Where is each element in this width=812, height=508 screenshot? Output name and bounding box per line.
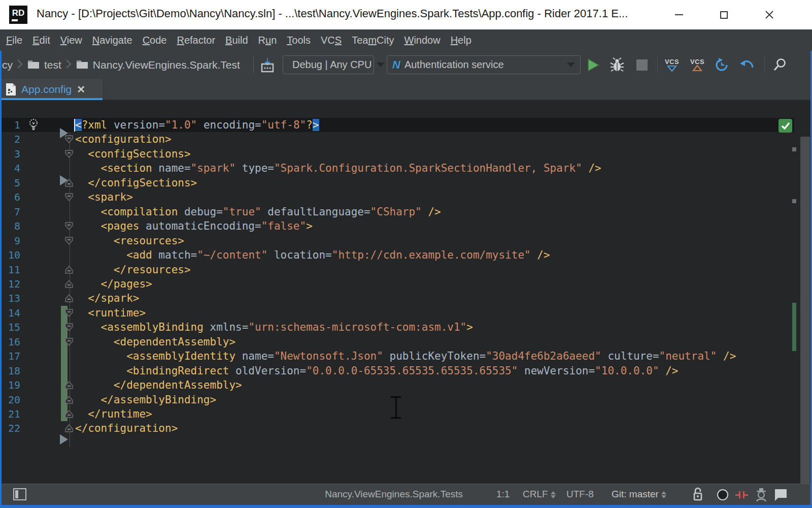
debug-button[interactable] [607,56,627,74]
code-line[interactable]: 9 <resources> [0,234,794,248]
run-configuration-combo[interactable]: N Authentication service [387,55,581,74]
rider-logo-icon: RD [9,6,27,24]
undo-arrow-icon [739,58,754,72]
vertical-scrollbar[interactable] [800,137,810,484]
code-line[interactable]: 22</configuration> [0,421,794,435]
menu-window[interactable]: Window [404,33,447,48]
code-line[interactable]: 16 <dependentAssembly> [0,335,794,349]
minimize-button[interactable] [667,6,691,23]
fold-marker-icon[interactable] [64,193,74,202]
breadcrumb-item[interactable]: test [27,58,61,72]
fold-marker-icon[interactable] [64,380,74,390]
inspections-indicator[interactable] [717,489,728,500]
fold-marker-icon[interactable] [64,149,74,158]
menu-build[interactable]: Build [225,33,254,48]
window-border-bottom [0,505,812,508]
breadcrumb-label: cy [2,59,13,71]
menu-help[interactable]: Help [451,33,478,48]
fold-marker-icon[interactable] [64,424,74,433]
line-number: 11 [0,263,20,277]
code-line[interactable]: 4 <section name="spark" type="Spark.Conf… [0,161,794,175]
line-number: 8 [0,219,20,233]
vcs-update-button[interactable]: VCS [662,56,682,74]
mute-breakpoints-indicator[interactable] [735,492,748,498]
maximize-button[interactable] [712,6,735,23]
download-to-box-icon [260,57,275,73]
inspection-status-ok[interactable] [779,119,792,133]
close-button[interactable] [758,6,781,23]
updown-chevron-icon [661,491,666,498]
vcs-commit-button[interactable]: VCS [688,56,707,74]
line-number: 22 [0,421,20,435]
vcs-history-button[interactable] [712,56,731,74]
gutter-triangle-icon[interactable] [60,434,68,444]
line-number: 15 [0,320,20,334]
code-line[interactable]: 8 <pages automaticEncoding="false"> [0,219,794,233]
gutter-triangle-icon[interactable] [60,175,68,185]
vcs-change-bar [61,349,67,363]
fold-marker-icon[interactable] [64,337,74,346]
fold-marker-icon[interactable] [64,236,74,245]
tab-app-config[interactable]: App.config ✕ [0,79,103,100]
menu-refactor[interactable]: Refactor [177,33,222,48]
rollback-button[interactable] [737,56,756,74]
fold-marker-icon[interactable] [64,308,74,318]
status-caret-position[interactable]: 1:1 [496,489,510,500]
fold-marker-icon[interactable] [64,265,74,274]
menu-edit[interactable]: Edit [32,33,56,48]
intention-lightbulb-icon[interactable] [28,118,39,134]
menu-teamcity[interactable]: TeamCity [352,33,400,48]
menu-file[interactable]: File [6,33,29,48]
breadcrumb-item[interactable]: Nancy.ViewEngines.Spark.Test [76,58,240,72]
solution-configuration-combo[interactable]: Debug | Any CPU [283,55,374,74]
menu-bar: FileEditViewNavigateCodeRefactorBuildRun… [0,29,812,51]
stripe-mark[interactable] [792,303,796,351]
menu-tools[interactable]: Tools [287,33,317,48]
run-button[interactable] [584,56,603,74]
gutter-triangle-icon[interactable] [60,128,68,138]
code-line[interactable]: 13 </spark> [0,291,794,305]
status-git-branch[interactable]: Git: master [612,489,666,500]
breadcrumb-item[interactable]: cy [2,59,13,71]
menu-run[interactable]: Run [258,33,284,48]
code-line[interactable]: 14 <runtime> [0,306,794,320]
fold-marker-icon[interactable] [64,395,74,404]
scroll-from-source-button[interactable] [258,56,277,74]
fold-marker-icon[interactable] [64,221,74,231]
event-log-button[interactable] [773,488,788,504]
tab-close-icon[interactable]: ✕ [77,83,85,96]
fold-marker-icon[interactable] [64,323,74,332]
window-border-left [0,51,2,508]
fold-marker-icon[interactable] [64,409,74,419]
code-line[interactable]: 15 <assemblyBinding xmlns="urn:schemas-m… [0,320,794,334]
toolwindow-toggle-button[interactable] [13,488,26,500]
folder-icon [76,58,89,70]
code-line[interactable]: 2<configuration> [0,132,794,146]
code-line[interactable]: 11 </resources> [0,263,794,277]
code-line[interactable]: 7 <compilation debug="true" defaultLangu… [0,205,794,219]
fold-marker-icon[interactable] [64,294,74,303]
status-encoding[interactable]: UTF-8 [566,489,594,500]
status-line-ending[interactable]: CRLF [523,489,556,500]
write-access-lock[interactable] [692,487,704,505]
code-line[interactable]: 18 <bindingRedirect oldVersion="0.0.0.0-… [0,364,794,378]
fold-marker-icon[interactable] [64,279,74,289]
unlocked-padlock-icon [692,487,704,502]
menu-navigate[interactable]: Navigate [92,33,139,48]
code-line[interactable]: 12 </pages> [0,277,794,291]
code-line[interactable]: 19 </dependentAssembly> [0,378,794,392]
menu-view[interactable]: View [60,33,89,48]
menu-vcs[interactable]: VCS [321,33,348,48]
stripe-mark[interactable] [792,199,796,203]
editor-pane[interactable]: 1<?xml version="1.0" encoding="utf-8"?>2… [0,100,812,484]
code-line[interactable]: 5 </configSections> [0,176,794,190]
stripe-mark[interactable] [792,147,796,151]
code-line[interactable]: 10 <add match="~/content" location="http… [0,248,794,262]
code-line[interactable]: 1<?xml version="1.0" encoding="utf-8"?> [0,118,794,132]
hector-inspector-button[interactable] [755,487,768,505]
menu-code[interactable]: Code [143,33,174,48]
code-line[interactable]: 6 <spark> [0,190,794,204]
search-everywhere-button[interactable] [770,56,790,74]
code-line[interactable]: 17 <assemblyIdentity name="Newtonsoft.Js… [0,349,794,363]
code-line[interactable]: 3 <configSections> [0,147,794,161]
